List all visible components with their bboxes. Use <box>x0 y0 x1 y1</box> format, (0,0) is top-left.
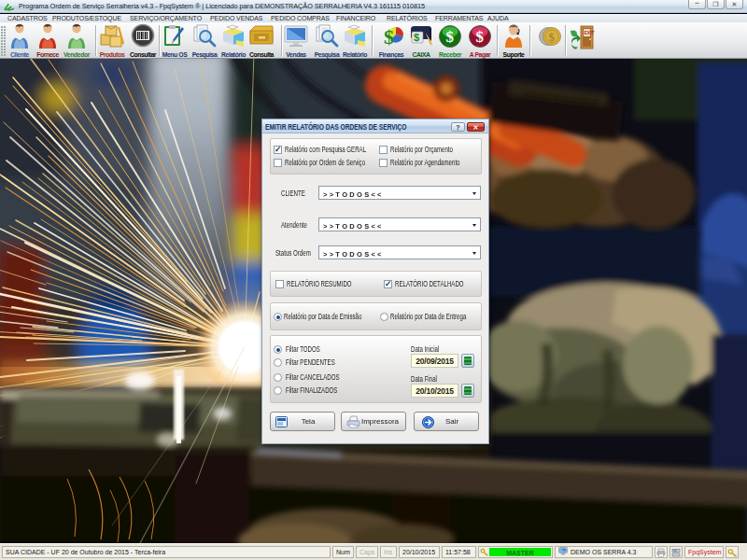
svg-text:$: $ <box>414 32 419 43</box>
svg-text:$: $ <box>549 30 556 44</box>
svg-text:$: $ <box>384 25 394 49</box>
svg-text:$: $ <box>446 28 455 46</box>
svg-text:$: $ <box>476 28 485 46</box>
svg-text:EXIT: EXIT <box>585 30 595 35</box>
